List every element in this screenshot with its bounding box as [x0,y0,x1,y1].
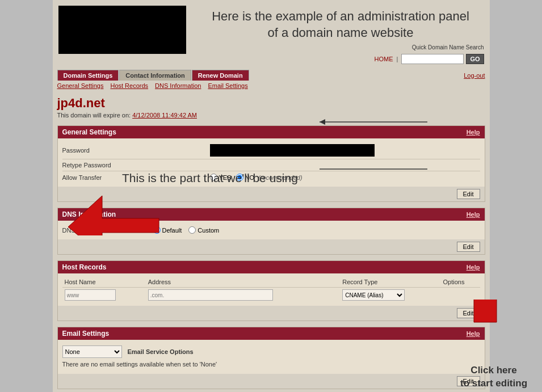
email-settings-title: Email Settings [62,330,110,338]
col-record-type: Record Type [340,277,440,288]
address-input[interactable] [148,289,273,301]
general-settings-title: General Settings [62,128,116,136]
password-row: Password [62,142,480,159]
general-settings-footer: Edit [58,187,485,201]
search-input[interactable] [401,54,464,64]
main-content: jp4d.net This domain will expire on: 4/1… [53,91,490,392]
dns-information-title: DNS Information [62,210,116,218]
expire-date-link[interactable]: 4/12/2008 11:49:42 AM [132,112,197,119]
address-cell [146,288,341,303]
recommended-text: (recommended) [258,174,302,181]
tab-contact-information[interactable]: Contact Information [119,70,191,81]
password-box [210,144,375,157]
nav-tabs-left: Domain Settings Contact Information Rene… [57,70,249,81]
page-wrapper: Here is the example of an administration… [0,0,542,392]
password-value [210,144,480,157]
col-options: Options [441,277,480,288]
content-wrapper: Here is the example of an administration… [53,0,490,392]
no-label: NO [245,174,255,181]
header-text-area: Here is the example of an administration… [198,6,484,64]
domain-expire: This domain will expire on: 4/12/2008 11… [57,112,485,119]
header-title: Here is the example of an administration… [198,9,484,41]
go-button[interactable]: GO [466,54,484,64]
dns-edit-button[interactable]: Edit [457,242,480,252]
general-settings-help[interactable]: Help [467,129,480,136]
header-nav-row: HOME | GO [198,54,484,64]
general-settings-body: Password Retype Password Allow Transfer [58,138,485,187]
no-option: NO (recommended) [236,174,302,181]
dns-information-body: DNS Settings Default Custom [58,221,485,239]
search-label: Quick Domain Name Search [412,44,484,50]
no-radio[interactable] [236,174,243,181]
dns-information-header: DNS Information Help [58,208,485,221]
yes-radio[interactable] [210,174,217,181]
host-records-table: Host Name Address Record Type Options [62,277,480,302]
host-name-input[interactable] [65,289,116,301]
home-link[interactable]: HOME [375,56,393,62]
host-records-edit-button[interactable]: Edit [457,308,480,318]
custom-option: Custom [188,226,219,234]
logout-link[interactable]: Log-out [464,72,485,79]
dns-settings-row: DNS Settings Default Custom [62,224,480,236]
host-records-body: Host Name Address Record Type Options [58,273,485,306]
record-type-select[interactable]: CNAME (Alias) [342,289,405,301]
allow-transfer-label: Allow Transfer [62,174,210,181]
email-note: There are no email settings available wh… [62,359,480,370]
sub-nav: General Settings Host Records DNS Inform… [53,81,490,91]
email-edit-button[interactable]: Edit [457,376,480,386]
host-records-row: CNAME (Alias) [62,288,480,303]
pipe-separator: | [397,56,398,62]
tab-domain-settings[interactable]: Domain Settings [57,70,119,81]
host-records-help[interactable]: Help [467,264,480,271]
general-settings-edit-button[interactable]: Edit [457,189,480,199]
allow-transfer-value: YES NO (recommended) [210,174,480,181]
password-label: Password [62,147,210,154]
email-settings-section: Email Settings Help None Email Service O… [57,327,485,389]
email-settings-footer: Edit [58,374,485,389]
col-address: Address [146,277,341,288]
host-records-section: Host Records Help Host Name Address Reco… [57,260,485,321]
email-options-label: Email Service Options [128,348,194,355]
host-records-title: Host Records [62,263,107,271]
general-settings-section: General Settings Help Password Retype Pa… [57,125,485,202]
header-search-row: Quick Domain Name Search [198,44,484,50]
retype-password-row: Retype Password [62,159,480,171]
default-radio[interactable] [153,226,161,234]
email-settings-header: Email Settings Help [58,327,485,340]
allow-transfer-row: Allow Transfer YES NO (recomm [62,171,480,183]
dns-radios: Default Custom [153,226,220,234]
email-help[interactable]: Help [467,330,480,337]
subnav-host-records[interactable]: Host Records [110,82,148,89]
dns-help[interactable]: Help [467,211,480,218]
default-label: Default [162,227,182,234]
host-records-header-row: Host Name Address Record Type Options [62,277,480,288]
host-records-footer: Edit [58,306,485,321]
custom-radio[interactable] [188,226,196,234]
yes-option: YES [210,174,232,181]
host-records-header: Host Records Help [58,261,485,273]
retype-password-label: Retype Password [62,162,210,168]
dns-information-section: DNS Information Help DNS Settings Defaul… [57,208,485,255]
subnav-email-settings[interactable]: Email Settings [208,82,247,89]
default-option: Default [153,226,182,234]
radio-row: YES NO (recommended) [210,174,480,181]
dns-information-footer: Edit [58,239,485,254]
subnav-general-settings[interactable]: General Settings [57,82,104,89]
domain-title: jp4d.net [57,96,485,111]
yes-label: YES [219,174,232,181]
email-settings-body: None Email Service Options There are no … [58,340,485,374]
general-settings-header: General Settings Help [58,126,485,138]
subnav-dns-information[interactable]: DNS Information [155,82,201,89]
email-none-row: None Email Service Options [62,343,480,359]
dns-settings-label: DNS Settings [62,227,153,234]
logo-image [58,6,186,54]
col-host-name: Host Name [62,277,146,288]
tab-renew-domain[interactable]: Renew Domain [192,70,249,81]
record-type-cell: CNAME (Alias) [340,288,440,303]
custom-label: Custom [198,227,219,234]
header: Here is the example of an administration… [53,0,490,69]
options-cell [441,288,480,303]
nav-tabs: Domain Settings Contact Information Rene… [53,69,490,81]
email-select[interactable]: None [62,345,122,358]
host-name-cell [62,288,146,303]
